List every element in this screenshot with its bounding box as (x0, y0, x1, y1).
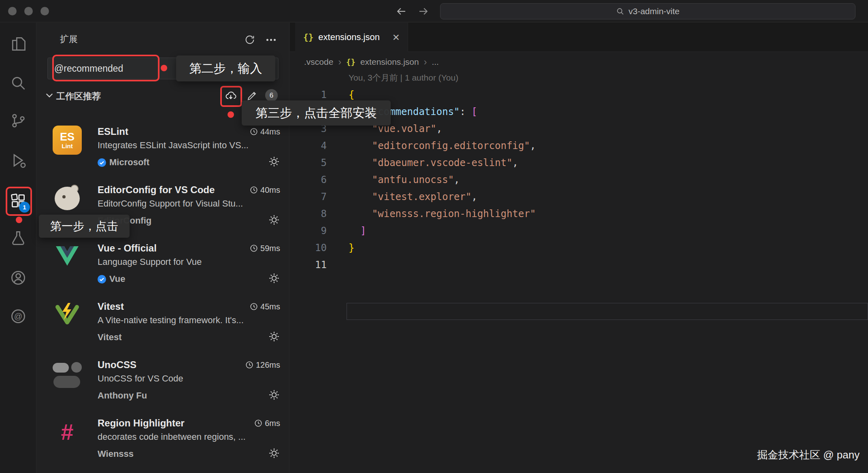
history-clock-icon (254, 419, 262, 427)
title-bar: v3-admin-vite (0, 0, 868, 22)
close-window-button[interactable] (8, 7, 17, 15)
activity-item-source-control[interactable] (9, 111, 28, 130)
step2-marker-dot (161, 65, 167, 71)
line-number: 6 (290, 174, 327, 185)
navigate-back-button[interactable] (394, 4, 408, 18)
tab-label: extensions.json (318, 32, 380, 43)
tab-extensions-json[interactable]: {} extensions.json × (295, 23, 408, 52)
extensions-list: ESLint ESLint 44ms Integrates ESLint Jav… (37, 125, 289, 473)
line-number: 4 (290, 140, 327, 151)
gear-icon (268, 330, 280, 343)
step1-marker-dot (16, 217, 22, 223)
step2-tooltip: 第二步，输入 (176, 55, 275, 81)
extension-list-item[interactable]: Vitest 45ms A Vite-native testing framew… (37, 300, 289, 358)
command-center-search[interactable]: v3-admin-vite (440, 3, 855, 19)
extension-activation-time: 59ms (250, 244, 280, 253)
tab-strip: {} extensions.json × (290, 23, 868, 52)
extension-list-item[interactable]: # Region Highlighter 6ms decorates code … (37, 416, 289, 473)
code-line: 5 "dbaeumer.vscode-eslint", (290, 154, 868, 171)
json-file-icon: {} (346, 58, 355, 66)
activity-item-copilot[interactable]: @ (9, 307, 28, 326)
extension-description: Integrates ESLint JavaScript into VS... (98, 140, 280, 151)
explorer-icon (9, 35, 27, 53)
extension-manage-button[interactable] (268, 214, 280, 228)
extension-activation-time: 126ms (245, 360, 280, 370)
gear-icon (268, 214, 280, 226)
history-clock-icon (250, 303, 258, 311)
verified-publisher-icon (98, 275, 106, 283)
vitest-logo (54, 301, 80, 329)
more-actions-button[interactable] (264, 32, 278, 47)
refresh-icon (244, 34, 255, 45)
search-icon (616, 7, 625, 16)
extensions-sidebar: 扩展 @recommended 工作区推荐 6 ESLint (37, 23, 289, 473)
history-clock-icon (250, 186, 258, 194)
source-control-icon (9, 112, 27, 130)
extension-description: UnoCSS for VS Code (98, 373, 280, 384)
refresh-extensions-button[interactable] (243, 32, 257, 47)
extension-publisher: Vue (98, 274, 126, 284)
copilot-icon: @ (9, 307, 27, 325)
extension-manage-button[interactable] (268, 272, 280, 286)
extension-list-item[interactable]: UnoCSS 126ms UnoCSS for VS Code Anthony … (37, 358, 289, 416)
unocss-logo (53, 359, 82, 388)
extension-list-item[interactable]: Vue - Official 59ms Language Support for… (37, 241, 289, 300)
line-number: 11 (290, 259, 327, 271)
line-number: 7 (290, 191, 327, 202)
navigate-forward-button[interactable] (417, 4, 430, 18)
step3-marker-dot (228, 111, 234, 118)
sidebar-header: 扩展 (37, 30, 289, 47)
code-line: 7 "vitest.explorer", (290, 188, 868, 205)
breadcrumb-folder[interactable]: .vscode (304, 57, 333, 67)
extension-manage-button[interactable] (268, 389, 280, 403)
extension-name: EditorConfig for VS Code (98, 184, 215, 196)
history-clock-icon (250, 244, 258, 252)
extension-list-item[interactable]: ESLint ESLint 44ms Integrates ESLint Jav… (37, 125, 289, 183)
vscode-window: v3-admin-vite 1@ 扩展 @recommended 工作区推荐 (0, 0, 868, 473)
activity-bar: 1@ (0, 23, 36, 473)
extension-description: A Vite-native testing framework. It's... (98, 315, 280, 326)
close-tab-icon[interactable]: × (392, 31, 400, 43)
editor-area: {} extensions.json × .vscode › {} extens… (290, 23, 868, 473)
activity-item-explorer[interactable] (9, 34, 28, 54)
code-line: 8 "wiensss.region-highlighter" (290, 205, 868, 222)
maximize-window-button[interactable] (40, 7, 49, 15)
activity-item-run-debug[interactable] (9, 151, 28, 170)
activity-item-account[interactable] (9, 268, 28, 288)
testing-icon (9, 229, 27, 247)
extension-publisher: Microsoft (98, 157, 149, 168)
extension-manage-button[interactable] (268, 330, 280, 344)
code-editor[interactable]: You, 3个月前 | 1 author (You) 1{2 "recommen… (290, 69, 868, 473)
line-number: 10 (290, 242, 327, 254)
extension-manage-button[interactable] (268, 447, 280, 461)
activity-item-search[interactable] (9, 73, 28, 93)
sidebar-title: 扩展 (60, 33, 78, 45)
extension-name: Region Highlighter (98, 418, 185, 429)
svg-text:@: @ (14, 312, 22, 321)
breadcrumb-separator-icon: › (338, 57, 341, 68)
extension-name: UnoCSS (98, 359, 136, 371)
watermark: 掘金技术社区 @ pany (757, 448, 859, 462)
extension-description: EditorConfig Support for Visual Stu... (98, 198, 280, 209)
line-number: 8 (290, 208, 327, 219)
extension-manage-button[interactable] (268, 156, 280, 169)
workspace-name: v3-admin-vite (628, 6, 679, 16)
section-count-badge: 6 (265, 89, 278, 102)
extension-activation-time: 45ms (250, 302, 280, 311)
more-actions-icon (266, 39, 276, 41)
line-number: 9 (290, 225, 327, 236)
minimize-window-button[interactable] (24, 7, 33, 15)
breadcrumb-file[interactable]: extensions.json (360, 57, 419, 67)
extension-publisher: Wiensss (98, 449, 134, 459)
extension-publisher: Vitest (98, 332, 122, 343)
run-debug-icon (9, 151, 27, 169)
activity-item-testing[interactable] (9, 228, 28, 248)
extension-publisher: Anthony Fu (98, 390, 147, 401)
extension-description: Language Support for Vue (98, 257, 280, 267)
code-line: 11 (290, 256, 868, 273)
step2-highlight-box (52, 55, 160, 81)
breadcrumb-more[interactable]: ... (432, 57, 439, 67)
forward-icon (417, 5, 430, 17)
code-line: 6 "antfu.unocss", (290, 171, 868, 188)
json-file-icon: {} (303, 32, 313, 42)
